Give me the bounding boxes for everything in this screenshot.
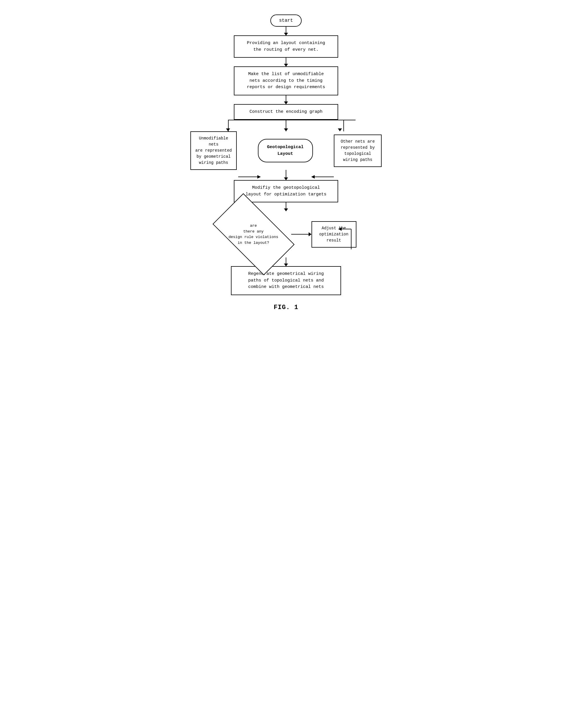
adjust-box: Adjust theoptimizationresult: [311, 221, 356, 248]
arrow-2: [286, 58, 286, 66]
flowchart: start Providing an layout containingthe …: [185, 6, 387, 328]
arrow-center-head: [284, 128, 288, 131]
arrow-right-head: [338, 128, 342, 131]
fig-label: FIG. 1: [274, 304, 298, 311]
step3-text: Construct the encoding graph: [249, 109, 323, 114]
center-col: GeotopologicalLayout: [258, 139, 313, 162]
side-left-text: Unmodifiable netsare representedby geome…: [195, 136, 232, 165]
step5-text: Regenerate geometrical wiringpaths of to…: [248, 271, 324, 289]
diamond-right-line: [291, 234, 308, 235]
arrow-6: [286, 257, 286, 266]
arrow-4: [286, 170, 286, 180]
diamond-label: arethere anydesign rule violationsin the…: [229, 223, 279, 245]
step2-text: Make the list of unmodifiablenets accord…: [247, 72, 325, 89]
diamond-right-arrow: [308, 232, 311, 236]
geo-layout-box: GeotopologicalLayout: [258, 139, 313, 162]
diamond-row: arethere anydesign rule violationsin the…: [190, 211, 382, 257]
arrow-left-head: [226, 128, 230, 131]
arrow-3: [286, 95, 286, 104]
step3-box: Construct the encoding graph: [234, 104, 338, 120]
step2-box: Make the list of unmodifiablenets accord…: [234, 66, 338, 95]
diamond-text: arethere anydesign rule violationsin the…: [229, 223, 279, 246]
split-horiz-line: [228, 120, 356, 120]
three-column-row: Unmodifiable netsare representedby geome…: [190, 131, 382, 170]
start-node: start: [270, 14, 302, 27]
diagram-wrapper: start Providing an layout containingthe …: [185, 6, 387, 328]
adjust-text: Adjust theoptimizationresult: [319, 226, 349, 243]
arrow-1: [286, 27, 286, 36]
step1-text: Providing an layout containingthe routin…: [247, 41, 325, 52]
diamond-container: arethere anydesign rule violationsin the…: [216, 211, 291, 257]
split-right-line: [343, 120, 344, 131]
step1-box: Providing an layout containingthe routin…: [234, 36, 338, 58]
step4-text: Modifiy the geotopologicallayout for opt…: [245, 185, 326, 197]
geo-layout-text: GeotopologicalLayout: [267, 145, 303, 156]
side-right-box: Other nets arerepresented bytopologicalw…: [334, 135, 382, 167]
arrow-5: [286, 202, 286, 211]
split-section: [190, 120, 382, 131]
diamond-right-connector: [291, 232, 311, 236]
side-right-text: Other nets arerepresented bytopologicalw…: [341, 139, 375, 162]
step5-box: Regenerate geometrical wiringpaths of to…: [231, 266, 341, 295]
step4-box: Modifiy the geotopologicallayout for opt…: [234, 180, 338, 202]
side-left-box: Unmodifiable netsare representedby geome…: [190, 131, 237, 170]
